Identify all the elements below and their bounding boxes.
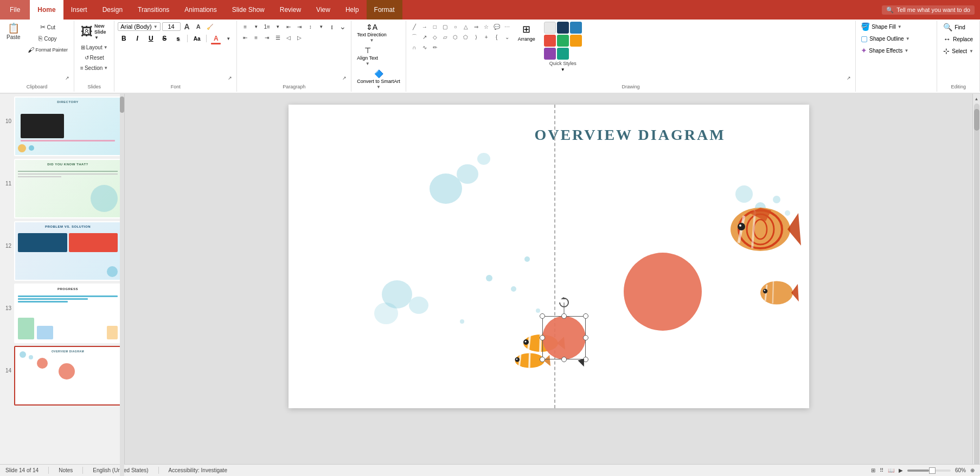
slide-thumbnail-14[interactable]: OVERVIEW DIAGRAM (14, 346, 121, 406)
slide-item-14[interactable]: 14 OVERVIEW DIAGRAM (3, 346, 121, 406)
columns-button[interactable]: ⫿ (327, 22, 337, 31)
underline-button[interactable]: U (145, 33, 157, 44)
font-color-arrow[interactable]: ▼ (223, 34, 233, 43)
shape-star[interactable]: ☆ (482, 22, 491, 31)
layout-button[interactable]: ⊞ Layout ▼ (78, 43, 111, 52)
shape-expand[interactable]: ⌄ (502, 32, 512, 42)
slide-thumbnail-10[interactable]: DIRECTORY (14, 97, 121, 156)
copy-button[interactable]: ⎘ Copy (25, 33, 71, 44)
search-box[interactable]: 🔍 Tell me what you want to do (882, 5, 975, 15)
increase-indent-button[interactable]: ⇥ (294, 22, 304, 31)
tab-help[interactable]: Help (338, 0, 367, 20)
replace-button[interactable]: ↔ Replace (940, 34, 976, 44)
increase-font-size-button[interactable]: A (182, 22, 192, 31)
slide-item-11[interactable]: 11 DID YOU KNOW THAT? (3, 159, 121, 218)
tab-transitions[interactable]: Transitions (130, 0, 177, 20)
shape-connector[interactable]: ⌒ (409, 32, 419, 42)
align-center-button[interactable]: ≡ (251, 33, 261, 42)
line-spacing-button[interactable]: ↕ (305, 22, 315, 31)
select-button[interactable]: ⊹ Select ▼ (940, 46, 976, 56)
shape-para[interactable]: ▱ (440, 32, 450, 42)
bullets-arrow[interactable]: ▼ (251, 22, 261, 31)
view-sorter-icon[interactable]: ⠿ (880, 467, 883, 473)
char-spacing-button[interactable]: Aa (191, 33, 203, 44)
tab-slideshow[interactable]: Slide Show (225, 0, 272, 20)
shape-right-arrow[interactable]: ⇒ (471, 22, 481, 31)
tab-view[interactable]: View (309, 0, 338, 20)
shape-hexagon[interactable]: ⬡ (451, 32, 460, 42)
scroll-up-button[interactable]: ▲ (973, 95, 981, 102)
font-size-input[interactable]: 14 (162, 22, 181, 31)
qs-item-6[interactable] (570, 35, 582, 47)
qs-item-3[interactable] (570, 22, 582, 34)
handle-tl[interactable] (540, 313, 545, 319)
slide-item-12[interactable]: 12 PROBLEM VS. SOLUTION (3, 221, 121, 281)
shape-rect[interactable]: □ (430, 22, 440, 31)
justify-button[interactable]: ☰ (273, 33, 283, 42)
handle-tm[interactable] (561, 313, 567, 319)
tab-home[interactable]: Home (30, 0, 63, 20)
paste-button[interactable]: 📋 Paste (3, 22, 24, 42)
format-painter-button[interactable]: 🖌 Format Painter (25, 44, 71, 55)
decrease-font-size-button[interactable]: A (194, 22, 203, 31)
view-slideshow-icon[interactable]: ▶ (899, 467, 903, 473)
line-spacing-arrow[interactable]: ▼ (316, 22, 326, 31)
font-name-selector[interactable]: Arial (Body) ▼ (118, 22, 160, 31)
slide-thumbnail-12[interactable]: PROBLEM VS. SOLUTION (14, 221, 121, 281)
handle-bl[interactable] (540, 357, 545, 362)
shape-freeform[interactable]: ✏ (430, 42, 440, 52)
shape-line[interactable]: ╱ (409, 22, 419, 31)
decrease-indent-button[interactable]: ⇤ (284, 22, 293, 31)
shape-arrow-line[interactable]: → (420, 22, 430, 31)
qs-item-4[interactable] (544, 35, 556, 47)
new-slide-button[interactable]: 🖼 New Slide ▼ (78, 22, 110, 42)
find-button[interactable]: 🔍 Find (940, 22, 968, 33)
shape-callout[interactable]: 💬 (492, 22, 502, 31)
shape-brace[interactable]: { (492, 32, 502, 42)
handle-tr[interactable] (583, 313, 588, 319)
shape-arc[interactable]: ∩ (409, 42, 419, 52)
shape-outline-button[interactable]: ▢ Shape Outline ▼ (859, 34, 911, 43)
handle-mr[interactable] (583, 335, 588, 340)
fit-button[interactable]: ⊕ (970, 467, 975, 473)
shape-rounded-rect[interactable]: ▢ (440, 22, 450, 31)
shape-pentagon[interactable]: ⬠ (461, 32, 471, 42)
slide-thumbnail-13[interactable]: PROGRESS (14, 284, 121, 343)
tab-format[interactable]: Format (367, 0, 402, 20)
shape-diamond[interactable]: ◇ (430, 32, 440, 42)
shadow-button[interactable]: s (172, 33, 184, 44)
shape-effects-button[interactable]: ✦ Shape Effects ▼ (859, 46, 911, 55)
section-button[interactable]: ≡ Section ▼ (78, 63, 111, 73)
tab-review[interactable]: Review (272, 0, 309, 20)
paragraph-launch-icon[interactable]: ↗ (342, 75, 349, 82)
qs-item-2[interactable] (557, 22, 569, 34)
convert-smartart-button[interactable]: 🔷 Convert to SmartArt ▼ (355, 68, 402, 91)
numbering-button[interactable]: 1≡ (262, 22, 272, 31)
shape-more[interactable]: ⋯ (502, 22, 512, 31)
italic-button[interactable]: I (131, 33, 143, 44)
rtl-button[interactable]: ◁ (284, 33, 293, 42)
handle-bm[interactable] (561, 357, 567, 362)
drawing-launch-icon[interactable]: ↗ (847, 75, 853, 82)
numbering-arrow[interactable]: ▼ (273, 22, 283, 31)
align-right-button[interactable]: ⇥ (262, 33, 272, 42)
view-normal-icon[interactable]: ⊞ (871, 467, 875, 473)
tab-file[interactable]: File (0, 0, 30, 20)
slide-thumbnail-11[interactable]: DID YOU KNOW THAT? (14, 159, 121, 218)
align-left-button[interactable]: ⇤ (240, 33, 250, 42)
shape-plus[interactable]: + (482, 32, 491, 42)
tab-animations[interactable]: Animations (177, 0, 224, 20)
clipboard-launch-icon[interactable]: ↗ (65, 75, 72, 82)
view-reading-icon[interactable]: 📖 (888, 467, 894, 473)
shape-ellipse[interactable]: ○ (451, 22, 460, 31)
reset-button[interactable]: ↺ Reset (78, 53, 111, 62)
qs-item-8[interactable] (557, 48, 569, 60)
slide-item-10[interactable]: 10 DIRECTORY (3, 97, 121, 156)
tab-insert[interactable]: Insert (63, 0, 95, 20)
shape-curve[interactable]: ∿ (420, 42, 430, 52)
tab-design[interactable]: Design (95, 0, 130, 20)
shape-triangle[interactable]: △ (461, 22, 471, 31)
slide-canvas[interactable]: OVERVIEW DIAGRAM (289, 105, 809, 408)
strikethrough-button[interactable]: S (158, 33, 170, 44)
quick-styles-arrow[interactable]: ▼ (561, 67, 565, 72)
